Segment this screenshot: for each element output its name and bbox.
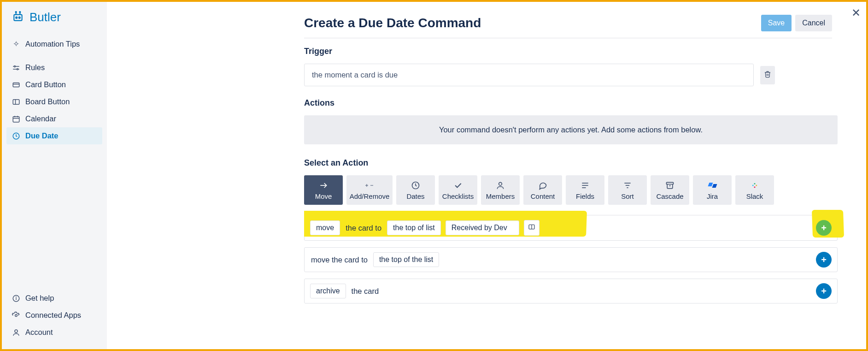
divider <box>304 38 832 38</box>
brand: Butler <box>2 2 107 31</box>
sidebar-item-rules[interactable]: Rules <box>6 59 102 76</box>
sidebar-item-due-date[interactable]: Due Date <box>6 127 102 144</box>
tab-label: Jira <box>707 192 718 200</box>
filter-icon <box>623 180 632 190</box>
svg-point-5 <box>16 12 17 12</box>
card-icon <box>12 81 20 89</box>
token-position[interactable]: the top of list <box>387 220 441 235</box>
user-icon <box>12 328 20 337</box>
svg-point-8 <box>14 65 16 67</box>
main: Create a Due Date Command Save Cancel Tr… <box>107 2 866 349</box>
action-row-archive: archive the card + <box>304 279 838 303</box>
tab-add-remove[interactable]: Add/Remove <box>346 175 393 205</box>
trigger-label: Trigger <box>304 47 838 56</box>
tab-label: Slack <box>746 192 763 200</box>
tab-cascade[interactable]: Cascade <box>651 175 689 205</box>
sidebar-item-connected-apps[interactable]: Connected Apps <box>6 307 102 324</box>
actions-label: Actions <box>304 98 838 108</box>
svg-point-22 <box>16 297 17 297</box>
select-action-label: Select an Action <box>304 158 838 168</box>
tab-jira[interactable]: Jira <box>693 175 732 205</box>
check-icon <box>453 180 463 190</box>
tab-checklists[interactable]: Checklists <box>439 175 477 205</box>
sidebar-item-calendar[interactable]: Calendar <box>6 110 102 127</box>
tab-members[interactable]: Members <box>481 175 520 205</box>
token-archive[interactable]: archive <box>310 284 346 298</box>
speech-icon <box>538 180 547 190</box>
add-action-button[interactable]: + <box>816 283 832 299</box>
svg-point-24 <box>15 330 18 333</box>
tab-label: Dates <box>406 192 424 200</box>
calendar-icon <box>12 115 20 123</box>
sidebar-item-label: Get help <box>25 294 54 303</box>
page-title: Create a Due Date Command <box>304 16 481 30</box>
user-icon <box>496 180 505 190</box>
svg-rect-15 <box>13 116 19 122</box>
sliders-icon <box>12 64 20 72</box>
nav: ✧ Automation Tips Rules Card Button <box>2 31 107 285</box>
sidebar-item-label: Calendar <box>25 114 56 123</box>
brand-title: Butler <box>29 10 61 24</box>
tab-label: Checklists <box>442 192 474 200</box>
action-row-move-position: move the card to the top of the list + <box>304 247 838 272</box>
save-button[interactable]: Save <box>761 15 792 31</box>
svg-point-10 <box>17 68 18 70</box>
sidebar-item-label: Automation Tips <box>25 40 80 48</box>
footer-nav: Get help Connected Apps Account <box>2 285 107 349</box>
trigger-box[interactable]: the moment a card is due <box>304 64 754 86</box>
arrow-right-icon <box>319 180 328 190</box>
clock-icon <box>411 180 420 190</box>
svg-rect-40 <box>754 183 756 184</box>
slack-icon <box>751 180 759 190</box>
token-list-name[interactable]: Received by Dev <box>446 220 519 235</box>
svg-point-30 <box>499 182 502 185</box>
tab-content[interactable]: Content <box>523 175 562 205</box>
board-picker-button[interactable] <box>524 220 540 236</box>
tab-label: Move <box>315 192 332 200</box>
svg-point-6 <box>19 12 20 12</box>
tab-label: Fields <box>576 192 594 200</box>
sidebar-item-label: Card Button <box>25 80 66 89</box>
empty-actions-message: Your command doesn't perform any actions… <box>304 115 838 144</box>
svg-point-1 <box>16 17 17 18</box>
tab-fields[interactable]: Fields <box>566 175 604 205</box>
trash-icon <box>764 71 771 80</box>
jira-icon <box>709 180 716 190</box>
svg-rect-39 <box>752 184 754 186</box>
tab-label: Sort <box>621 192 634 200</box>
svg-point-2 <box>19 17 20 18</box>
action-row-move-to-list: move the card to the top of list Receive… <box>304 215 838 241</box>
sparkle-icon: ✧ <box>12 40 20 48</box>
add-action-button[interactable]: + <box>816 252 832 268</box>
svg-rect-37 <box>667 182 674 184</box>
tab-label: Cascade <box>656 192 683 200</box>
sidebar-item-board-button[interactable]: Board Button <box>6 93 102 110</box>
sidebar-item-label: Board Button <box>25 97 70 106</box>
tab-sort[interactable]: Sort <box>608 175 647 205</box>
sidebar-item-label: Due Date <box>25 131 59 140</box>
sidebar-item-label: Account <box>25 328 53 337</box>
add-action-button[interactable]: + <box>816 220 832 236</box>
board-icon <box>12 98 20 106</box>
sidebar-item-get-help[interactable]: Get help <box>6 290 102 307</box>
tab-move[interactable]: Move <box>304 175 343 205</box>
sidebar-item-card-button[interactable]: Card Button <box>6 76 102 93</box>
archive-icon <box>665 180 674 190</box>
text-move-the-card-to: move the card to <box>310 256 369 264</box>
token-move[interactable]: move <box>310 220 340 235</box>
cancel-button[interactable]: Cancel <box>795 15 832 31</box>
token-position[interactable]: the top of the list <box>373 252 439 267</box>
butler-robot-icon <box>12 11 24 24</box>
lines-icon <box>581 180 590 190</box>
svg-rect-11 <box>13 83 19 87</box>
info-icon <box>12 294 20 303</box>
delete-trigger-button[interactable] <box>760 66 775 84</box>
svg-rect-0 <box>14 14 22 20</box>
sidebar-item-account[interactable]: Account <box>6 324 102 341</box>
tab-label: Add/Remove <box>350 192 390 200</box>
clock-icon <box>12 132 20 140</box>
tab-dates[interactable]: Dates <box>396 175 435 205</box>
sidebar-item-label: Rules <box>25 63 45 72</box>
sidebar-item-automation-tips[interactable]: ✧ Automation Tips <box>6 36 102 53</box>
tab-slack[interactable]: Slack <box>735 175 774 205</box>
